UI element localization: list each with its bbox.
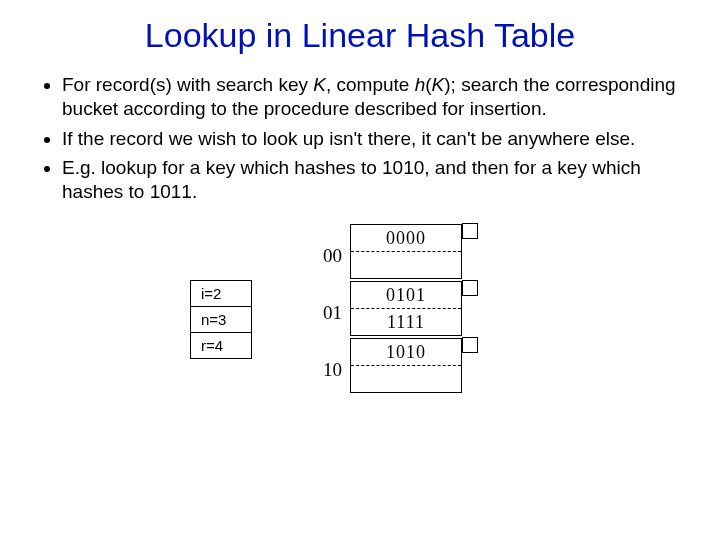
slide-title: Lookup in Linear Hash Table [40,16,680,55]
bullet-item: If the record we wish to look up isn't t… [62,127,680,151]
bucket-box: 1010 [350,338,462,393]
bucket-slot: 0101 [351,282,461,309]
param-i: i=2 [190,280,252,307]
param-r: r=4 [190,332,252,359]
bucket-row: 00 0000 [312,224,478,279]
bucket-label: 10 [312,359,342,393]
bucket-slot [351,366,461,392]
bucket-slot [351,252,461,278]
bucket-label: 01 [312,302,342,336]
overflow-pointer [462,337,478,353]
params-table: i=2 n=3 r=4 [190,280,252,358]
bucket-slot: 1111 [351,309,461,335]
bucket-box: 0000 [350,224,462,279]
hash-diagram: 00 0000 01 0101 1111 10 1010 [312,224,478,395]
bullet-list: For record(s) with search key K, compute… [40,73,680,204]
param-n: n=3 [190,306,252,333]
bucket-box: 0101 1111 [350,281,462,336]
bucket-slot: 1010 [351,339,461,366]
bucket-label: 00 [312,245,342,279]
bucket-slot: 0000 [351,225,461,252]
bullet-item: For record(s) with search key K, compute… [62,73,680,121]
bullet-item: E.g. lookup for a key which hashes to 10… [62,156,680,204]
overflow-pointer [462,223,478,239]
overflow-pointer [462,280,478,296]
figure-row: i=2 n=3 r=4 00 0000 01 0101 1111 [40,224,680,395]
bucket-row: 01 0101 1111 [312,281,478,336]
bucket-row: 10 1010 [312,338,478,393]
